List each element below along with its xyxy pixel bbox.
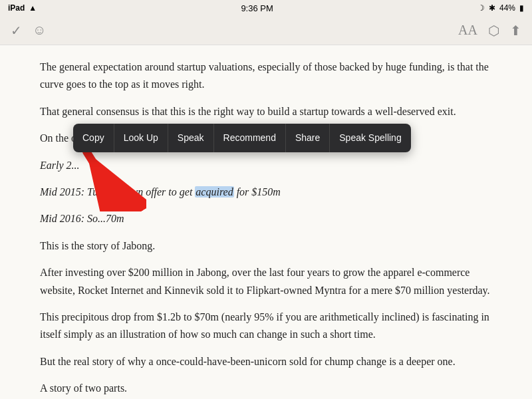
paragraph-4: Early 2... — [40, 157, 492, 174]
highlighted-word: acquired — [195, 186, 233, 198]
paragraph-7: This is the story of Jabong. — [40, 237, 492, 255]
wifi-icon: ▲ — [29, 3, 37, 13]
status-bar: iPad ▲ 9:36 PM ☽ ✱ 44% ▮ — [0, 0, 532, 16]
context-menu-recommend[interactable]: Recommend — [214, 124, 286, 152]
ipad-label: iPad — [8, 3, 25, 13]
font-size-icon[interactable]: AA — [458, 23, 477, 38]
battery-icon: ▮ — [519, 3, 524, 13]
paragraph-9: This precipitous drop from $1.2b to $70m… — [40, 309, 492, 344]
paragraph-10: But the real story of why a once-could-h… — [40, 353, 492, 370]
content-area: Copy Look Up Speak Recommend Share Speak… — [0, 45, 532, 399]
status-left: iPad ▲ — [8, 3, 37, 13]
tag-icon[interactable]: ⬡ — [488, 23, 499, 39]
status-time: 9:36 PM — [241, 3, 273, 13]
status-right: ☽ ✱ 44% ▮ — [477, 3, 524, 13]
toolbar: ✓ ☺ AA ⬡ ⬆ — [0, 16, 532, 45]
paragraph-8: After investing over $200 million in Jab… — [40, 264, 492, 299]
paragraph-11: A story of two parts. — [40, 380, 492, 397]
paragraph-1: The general expectation around startup v… — [40, 59, 492, 94]
context-menu-lookup[interactable]: Look Up — [114, 124, 168, 152]
battery-label: 44% — [499, 3, 515, 13]
smiley-icon[interactable]: ☺ — [33, 23, 46, 38]
paragraph-5: Mid 2015: Turned down offer to get acqui… — [40, 184, 492, 201]
context-menu-speak-spelling[interactable]: Speak Spelling — [330, 124, 410, 152]
context-menu-share[interactable]: Share — [286, 124, 330, 152]
moon-icon: ☽ — [477, 3, 485, 13]
toolbar-right: AA ⬡ ⬆ — [458, 23, 521, 39]
context-menu-copy[interactable]: Copy — [73, 124, 114, 152]
paragraph-2: That general consensus is that this is t… — [40, 103, 492, 120]
share-icon[interactable]: ⬆ — [510, 23, 521, 39]
context-menu: Copy Look Up Speak Recommend Share Speak… — [73, 124, 411, 152]
bluetooth-icon: ✱ — [489, 3, 495, 13]
context-menu-speak[interactable]: Speak — [168, 124, 214, 152]
check-icon[interactable]: ✓ — [11, 23, 22, 39]
paragraph-6: Mid 2016: So...70m — [40, 210, 492, 227]
toolbar-left: ✓ ☺ — [11, 23, 46, 39]
